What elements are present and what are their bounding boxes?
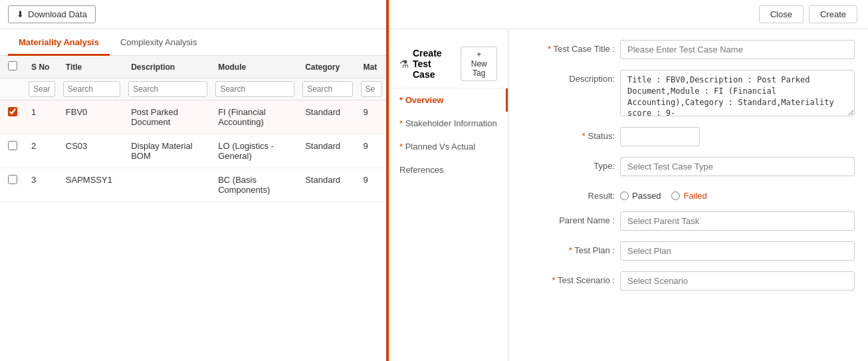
download-icon: ⬇ bbox=[17, 9, 24, 19]
search-sno-cell bbox=[25, 78, 59, 100]
header-category: Category bbox=[298, 56, 356, 78]
tab-bar: Materiality Analysis Complexity Analysis bbox=[0, 29, 386, 56]
form-row-title: Test Case Title : bbox=[522, 40, 855, 59]
search-desc-cell bbox=[124, 78, 211, 100]
tab-materiality[interactable]: Materiality Analysis bbox=[8, 29, 110, 56]
nav-overview-label: Overview bbox=[405, 95, 444, 105]
right-content: ⚗ Create Test Case + New Tag Overview St… bbox=[389, 29, 868, 361]
row2-checkbox-cell bbox=[0, 134, 25, 168]
header-title: Title bbox=[59, 56, 124, 78]
search-row bbox=[0, 78, 386, 100]
search-desc-input[interactable] bbox=[128, 81, 207, 97]
new-tag-button[interactable]: + New Tag bbox=[461, 47, 497, 81]
result-failed-option[interactable]: Failed bbox=[671, 191, 706, 201]
row3-checkbox[interactable] bbox=[8, 175, 17, 184]
nav-item-overview[interactable]: Overview bbox=[389, 88, 508, 112]
download-label: Download Data bbox=[28, 9, 87, 19]
nav-stakeholder-label: Stakeholder Information bbox=[405, 118, 497, 128]
row1-checkbox[interactable] bbox=[8, 107, 17, 116]
row2-title: CS03 bbox=[59, 134, 124, 168]
status-input[interactable]: New bbox=[620, 127, 700, 146]
form-row-type: Type: bbox=[522, 157, 855, 176]
header-description: Description bbox=[124, 56, 211, 78]
search-mat-input[interactable] bbox=[361, 81, 382, 97]
table-row: 3 SAPMSSY1 BC (Basis Components) Standar… bbox=[0, 168, 386, 202]
form-row-result: Result: Passed Failed bbox=[522, 187, 855, 201]
form-row-test-scenario: Test Scenario : bbox=[522, 271, 855, 291]
toolbar: ⬇ Download Data bbox=[0, 0, 386, 29]
create-button[interactable]: Create bbox=[809, 5, 857, 23]
description-label: Description: bbox=[522, 70, 615, 84]
table-header-row: S No Title Description Module Category M… bbox=[0, 56, 386, 78]
table-container: S No Title Description Module Category M… bbox=[0, 56, 386, 361]
row2-category: Standard bbox=[298, 134, 356, 168]
row2-checkbox[interactable] bbox=[8, 141, 17, 150]
form-row-status: Status: New bbox=[522, 127, 855, 146]
row1-sno: 1 bbox=[25, 100, 59, 134]
search-module-input[interactable] bbox=[215, 81, 294, 97]
row3-module: BC (Basis Components) bbox=[211, 168, 298, 202]
row2-sno: 2 bbox=[25, 134, 59, 168]
nav-planned-label: Planned Vs Actual bbox=[405, 142, 476, 152]
right-header: Close Create bbox=[389, 0, 868, 29]
row3-mat: 9 bbox=[357, 168, 386, 202]
result-label: Result: bbox=[522, 187, 615, 201]
result-passed-option[interactable]: Passed bbox=[620, 191, 661, 201]
row1-mat: 9 bbox=[357, 100, 386, 134]
search-cat-cell bbox=[298, 78, 356, 100]
row1-category: Standard bbox=[298, 100, 356, 134]
table-row: 2 CS03 Display Material BOM LO (Logistic… bbox=[0, 134, 386, 168]
tab-complexity[interactable]: Complexity Analysis bbox=[110, 29, 208, 56]
search-title-input[interactable] bbox=[63, 81, 120, 97]
header-module: Module bbox=[211, 56, 298, 78]
test-plan-label: Test Plan : bbox=[522, 241, 615, 255]
header-mat: Mat bbox=[357, 56, 386, 78]
left-panel: ⬇ Download Data Materiality Analysis Com… bbox=[0, 0, 389, 361]
result-failed-label: Failed bbox=[683, 191, 706, 201]
nav-item-stakeholder[interactable]: Stakeholder Information bbox=[389, 112, 508, 135]
result-failed-radio[interactable] bbox=[671, 191, 680, 200]
right-panel: Close Create ⚗ Create Test Case + New Ta… bbox=[389, 0, 868, 361]
type-input[interactable] bbox=[620, 157, 855, 176]
nav-references-label: References bbox=[399, 165, 443, 175]
select-all-checkbox[interactable] bbox=[8, 61, 17, 70]
row1-description: Post Parked Document bbox=[124, 100, 211, 134]
download-button[interactable]: ⬇ Download Data bbox=[8, 5, 96, 23]
row1-title: FBV0 bbox=[59, 100, 124, 134]
row3-category: Standard bbox=[298, 168, 356, 202]
search-cat-input[interactable] bbox=[302, 81, 352, 97]
row1-module: FI (Financial Accounting) bbox=[211, 100, 298, 134]
row3-title: SAPMSSY1 bbox=[59, 168, 124, 202]
row2-description: Display Material BOM bbox=[124, 134, 211, 168]
form-row-description: Description: Title : FBV0,Description : … bbox=[522, 70, 855, 116]
row2-mat: 9 bbox=[357, 134, 386, 168]
test-scenario-input[interactable] bbox=[620, 271, 855, 291]
flask-icon: ⚗ bbox=[399, 58, 409, 70]
search-title-cell bbox=[59, 78, 124, 100]
title-label: Test Case Title : bbox=[522, 40, 615, 54]
parent-input[interactable] bbox=[620, 211, 855, 231]
result-passed-radio[interactable] bbox=[620, 191, 629, 200]
row3-sno: 3 bbox=[25, 168, 59, 202]
status-label: Status: bbox=[522, 127, 615, 141]
search-sno-input[interactable] bbox=[29, 81, 55, 97]
test-plan-input[interactable] bbox=[620, 241, 855, 261]
data-table: S No Title Description Module Category M… bbox=[0, 56, 386, 202]
row2-module: LO (Logistics - General) bbox=[211, 134, 298, 168]
type-label: Type: bbox=[522, 157, 615, 171]
side-nav: ⚗ Create Test Case + New Tag Overview St… bbox=[389, 29, 508, 361]
row1-checkbox-cell bbox=[0, 100, 25, 134]
nav-item-planned-actual[interactable]: Planned Vs Actual bbox=[389, 135, 508, 158]
nav-item-references[interactable]: References bbox=[389, 158, 508, 181]
row3-checkbox-cell bbox=[0, 168, 25, 202]
result-options: Passed Failed bbox=[620, 187, 707, 201]
search-module-cell bbox=[211, 78, 298, 100]
table-row: 1 FBV0 Post Parked Document FI (Financia… bbox=[0, 100, 386, 134]
title-input[interactable] bbox=[620, 40, 855, 59]
form-row-test-plan: Test Plan : bbox=[522, 241, 855, 261]
form-area: Test Case Title : Description: Title : F… bbox=[508, 29, 868, 361]
description-textarea[interactable]: Title : FBV0,Description : Post Parked D… bbox=[620, 70, 855, 116]
close-button[interactable]: Close bbox=[759, 5, 804, 23]
search-checkbox-cell bbox=[0, 78, 25, 100]
header-checkbox-cell bbox=[0, 56, 25, 78]
